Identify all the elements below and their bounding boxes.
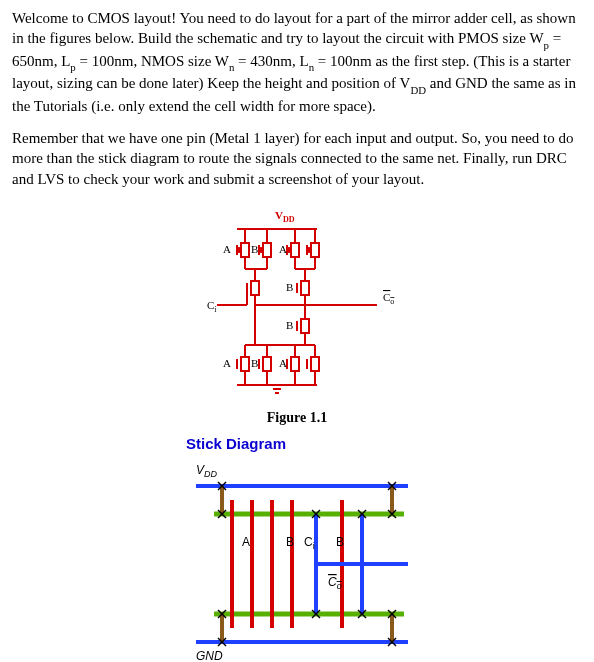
svg-point-14	[287, 248, 291, 252]
fig1-co-label: Co	[383, 291, 394, 306]
fig1-b-label-3: B	[286, 319, 293, 331]
fig1-b-label-2: B	[286, 281, 293, 293]
p1-sub-p1: p	[544, 39, 549, 51]
fig1-a-label-4: A	[279, 357, 287, 369]
figure-1-1: VDD A B A B Ci B A B A Co Figure 1.1	[12, 203, 582, 428]
svg-point-4	[237, 248, 241, 252]
svg-rect-44	[263, 357, 271, 371]
svg-rect-34	[301, 319, 309, 333]
fig1-a-label-1: A	[223, 243, 231, 255]
p1-t1: Welcome to CMOS layout! You need to do l…	[12, 10, 576, 46]
p1-sub-dd: DD	[410, 84, 426, 96]
svg-point-19	[307, 248, 311, 252]
fig2-ci-label: Ci	[304, 535, 315, 551]
fig1-vdd-label: VDD	[275, 209, 295, 224]
svg-rect-2	[241, 243, 249, 257]
fig2-vdd-label: VDD	[196, 463, 218, 479]
svg-rect-48	[291, 357, 299, 371]
p1-sub-n1: n	[229, 61, 234, 73]
svg-rect-40	[241, 357, 249, 371]
p1-sub-n2: n	[309, 61, 314, 73]
schematic-svg: VDD A B A B Ci B A B A Co	[167, 203, 427, 403]
p1-t4: = 430nm, L	[234, 53, 308, 69]
figure-1-2: VDD	[12, 456, 582, 662]
svg-rect-7	[263, 243, 271, 257]
svg-rect-24	[251, 281, 259, 295]
stick-diagram-svg: VDD	[186, 456, 446, 662]
fig2-gnd-label: GND	[196, 649, 223, 662]
paragraph-2: Remember that we have one pin (Metal 1 l…	[12, 128, 582, 189]
figure-1-1-caption: Figure 1.1	[12, 409, 582, 428]
fig1-a-label-2: A	[279, 243, 287, 255]
fig2-co-label: Co	[328, 575, 342, 591]
fig2-b-label-1: B	[286, 535, 294, 549]
fig1-b-label-4: B	[251, 357, 258, 369]
svg-rect-28	[301, 281, 309, 295]
svg-rect-12	[291, 243, 299, 257]
p1-sub-p2: p	[70, 61, 75, 73]
fig1-a-label-3: A	[223, 357, 231, 369]
p1-t3: = 100nm, NMOS size W	[76, 53, 229, 69]
fig2-b-label-2: B	[336, 535, 344, 549]
svg-point-9	[259, 248, 263, 252]
fig1-ci-label: Ci	[207, 299, 217, 314]
fig2-a-label: A	[242, 535, 250, 549]
paragraph-1: Welcome to CMOS layout! You need to do l…	[12, 8, 582, 116]
svg-rect-17	[311, 243, 319, 257]
stick-diagram-title: Stick Diagram	[186, 434, 582, 454]
fig1-b-label-1: B	[251, 243, 258, 255]
svg-rect-52	[311, 357, 319, 371]
